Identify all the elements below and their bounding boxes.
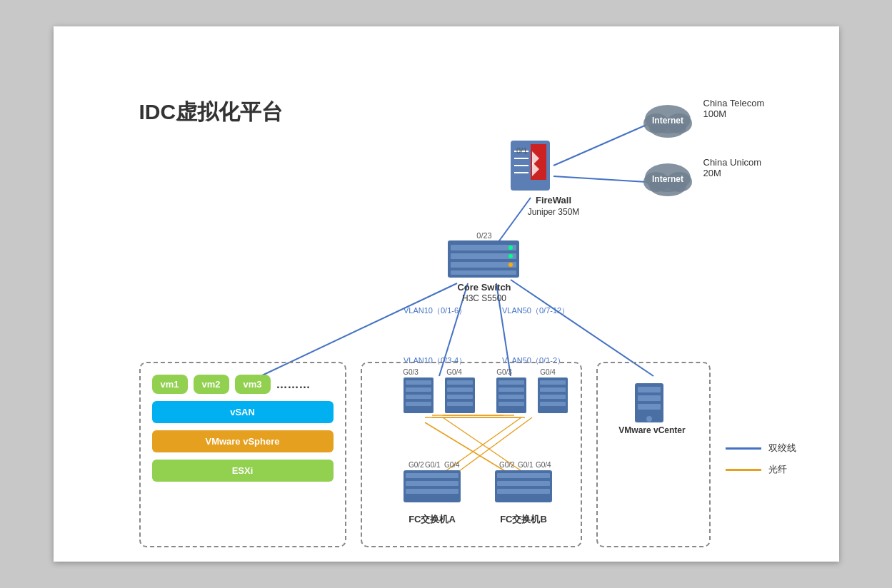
- svg-rect-38: [451, 253, 516, 259]
- vsphere-bar: VMware vSphere: [152, 430, 334, 452]
- svg-rect-37: [451, 245, 516, 250]
- legend-orange-label: 光纤: [768, 463, 787, 476]
- svg-point-41: [508, 245, 513, 250]
- svg-line-1: [553, 176, 646, 182]
- svg-text:0/23: 0/23: [476, 231, 491, 240]
- vsan-bar: vSAN: [152, 401, 334, 423]
- legend-blue-label: 双绞线: [768, 442, 796, 455]
- legend-blue: 双绞线: [726, 442, 796, 455]
- svg-text:VLAN10（0/1-6）: VLAN10（0/1-6）: [404, 306, 466, 315]
- svg-text:Internet: Internet: [651, 174, 683, 184]
- svg-text:Internet: Internet: [651, 116, 683, 126]
- vm2-box: vm2: [194, 375, 229, 394]
- esxi-bar: ESXi: [152, 460, 334, 482]
- vm-dots: ………: [276, 378, 311, 391]
- svg-text:Core Switch: Core Switch: [457, 282, 511, 293]
- svg-text:Juniper 350M: Juniper 350M: [527, 207, 579, 217]
- svg-point-42: [508, 254, 513, 258]
- svg-line-0: [553, 125, 646, 166]
- orange-line-icon: [726, 469, 761, 471]
- svg-text:H3C S5500: H3C S5500: [461, 293, 506, 303]
- vm-row: vm1 vm2 vm3 ………: [152, 375, 334, 394]
- slide: IDC虚拟化平台: [54, 26, 839, 562]
- vcenter-cluster-box: [596, 362, 711, 547]
- fc-cluster-box: [361, 362, 582, 547]
- svg-text:VLAN50（0/7-12）: VLAN50（0/7-12）: [502, 306, 569, 315]
- svg-point-43: [508, 263, 513, 267]
- vm-cluster: vm1 vm2 vm3 ……… vSAN VMware vSphere ESXi: [139, 362, 346, 547]
- china-unicom-label: China Unicom 20M: [703, 157, 762, 178]
- china-telecom-label: China Telecom 100M: [703, 98, 765, 119]
- svg-rect-39: [451, 262, 516, 268]
- vm3-box: vm3: [235, 375, 271, 394]
- svg-text:0/1: 0/1: [516, 146, 527, 155]
- svg-line-2: [494, 198, 531, 248]
- legend: 双绞线 光纤: [726, 442, 796, 476]
- legend-orange: 光纤: [726, 463, 796, 476]
- vm1-box: vm1: [152, 375, 188, 394]
- svg-text:FireWall: FireWall: [535, 195, 571, 206]
- svg-rect-40: [451, 270, 516, 275]
- blue-line-icon: [726, 447, 761, 450]
